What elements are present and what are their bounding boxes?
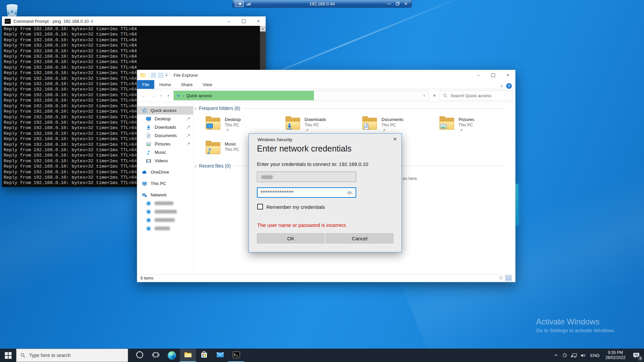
folder-icon <box>362 118 377 130</box>
sidebar-item-label: This PC <box>151 181 166 186</box>
sidebar-item-redacted[interactable] <box>137 224 193 233</box>
sidebar-item-music[interactable]: Music <box>137 148 193 157</box>
tray-connection-button[interactable] <box>560 349 570 362</box>
taskbar-clock[interactable]: 9:35 PM 28/02/2022 <box>602 350 629 360</box>
ribbon-collapse-icon[interactable]: ∨ <box>500 84 503 88</box>
pin-icon <box>186 133 191 138</box>
username-field[interactable] <box>257 172 356 182</box>
qat-properties-icon[interactable]: ✓ <box>151 73 156 78</box>
help-icon[interactable]: ? <box>506 83 512 89</box>
minimize-button[interactable]: – <box>471 70 486 80</box>
volume-button[interactable] <box>579 349 588 362</box>
qat-customize-icon[interactable]: ▾ <box>166 73 167 77</box>
taskbar-command-prompt-button[interactable] <box>228 349 244 362</box>
stop-button[interactable]: × <box>430 93 439 98</box>
tab-file[interactable]: File <box>137 80 154 89</box>
items-count: 6 items <box>141 276 154 281</box>
qat-new-folder-icon[interactable] <box>158 73 163 78</box>
password-mask: •••••••••••••• <box>261 189 294 195</box>
sidebar-item-documents[interactable]: Documents <box>137 131 193 140</box>
folder-tile-pictures[interactable]: PicturesThis PC <box>439 116 510 138</box>
cmd-output-line: Reply from 192.168.0.10: bytes=32 time<1… <box>4 38 260 43</box>
cmd-titlebar[interactable]: C:\ Command Prompt - ping 192.168.0.10 -… <box>2 16 266 26</box>
forward-button[interactable]: → <box>149 93 158 99</box>
taskbar-search-input[interactable] <box>29 352 128 358</box>
recent-locations-icon[interactable]: ∨ <box>159 94 163 97</box>
pin-icon <box>186 125 191 129</box>
sidebar-item-network[interactable]: Network <box>137 191 193 199</box>
section-label: Recent files (0) <box>199 163 230 169</box>
music-icon <box>146 150 152 155</box>
folder-icon <box>285 118 300 130</box>
command-prompt-icon <box>232 351 240 360</box>
details-view-button[interactable] <box>498 275 504 281</box>
language-indicator[interactable]: ENG <box>588 353 602 358</box>
remember-credentials-checkbox[interactable] <box>257 204 263 209</box>
collapse-chevron-icon[interactable]: ∨ <box>194 164 197 168</box>
back-button[interactable]: ← <box>140 93 149 99</box>
address-bar[interactable]: ★ › Quick access ∨ <box>173 90 429 101</box>
dialog-close-button[interactable]: × <box>393 135 397 143</box>
tray-chevron-button[interactable] <box>551 349 560 362</box>
folder-icon <box>206 142 220 154</box>
start-button[interactable] <box>0 349 16 362</box>
up-button[interactable]: ↑ <box>164 93 173 99</box>
network-tray-button[interactable] <box>570 349 579 362</box>
breadcrumb[interactable]: Quick access <box>186 93 212 98</box>
taskbar-cortana-button[interactable] <box>131 349 148 362</box>
sidebar-item-quick-access[interactable]: Quick access <box>137 106 193 115</box>
explorer-search[interactable] <box>440 90 513 101</box>
maximize-button[interactable] <box>236 16 251 26</box>
explorer-titlebar[interactable]: ✓ ▾ File Explorer – × <box>137 70 515 80</box>
start-icon <box>4 351 12 360</box>
sidebar-item-redacted[interactable] <box>137 207 193 216</box>
redacted-label <box>155 218 175 222</box>
quick-access-star-icon <box>142 108 148 113</box>
tab-home[interactable]: Home <box>154 80 176 89</box>
minimize-button[interactable]: – <box>221 16 236 26</box>
close-button[interactable]: × <box>251 16 266 26</box>
taskbar-file-explorer-button[interactable] <box>180 349 196 362</box>
minimize-button[interactable]: — <box>387 1 391 6</box>
restore-button[interactable] <box>396 2 399 5</box>
explorer-search-input[interactable] <box>450 93 512 99</box>
password-field[interactable]: •••••••••••••• <box>257 187 356 198</box>
tile-name: Pictures <box>459 117 474 122</box>
address-dropdown-icon[interactable]: ∨ <box>420 94 429 97</box>
taskbar-store-button[interactable] <box>196 349 212 362</box>
sidebar-item-desktop[interactable]: Desktop <box>137 115 193 123</box>
maximize-button[interactable] <box>486 70 500 80</box>
action-center-button[interactable]: 4 <box>629 349 644 362</box>
sidebar-item-videos[interactable]: Videos <box>137 157 193 165</box>
pin-icon <box>186 142 191 146</box>
folder-icon <box>206 118 220 130</box>
close-button[interactable]: × <box>500 70 515 80</box>
sidebar-item-onedrive[interactable]: OneDrive <box>137 168 193 176</box>
taskbar-task-view-button[interactable] <box>148 349 164 362</box>
clock-date: 28/02/2022 <box>605 355 626 360</box>
tile-name: Music <box>225 141 236 146</box>
sidebar-item-redacted[interactable] <box>137 216 193 224</box>
tab-share[interactable]: Share <box>176 80 198 89</box>
taskbar-edge-button[interactable] <box>164 349 180 362</box>
sidebar-item-this-pc[interactable]: This PC <box>137 179 193 188</box>
cancel-button[interactable]: Cancel <box>326 233 393 243</box>
pin-icon <box>459 128 463 132</box>
cortana-icon <box>136 351 144 360</box>
taskbar-search[interactable] <box>16 349 128 362</box>
notification-badge: 4 <box>638 356 643 361</box>
scroll-up-icon[interactable]: ▲ <box>260 26 266 32</box>
sidebar-item-redacted[interactable] <box>137 199 193 207</box>
ok-button[interactable]: OK <box>257 233 325 243</box>
tile-location: This PC <box>305 123 319 127</box>
close-button[interactable]: ✕ <box>404 1 408 6</box>
password-reveal-eye-icon[interactable] <box>346 191 353 195</box>
taskbar-apps <box>131 349 244 362</box>
tab-view[interactable]: View <box>198 80 217 89</box>
icons-view-button[interactable] <box>505 275 512 281</box>
sidebar-item-downloads[interactable]: Downloads <box>137 123 193 131</box>
pin-icon <box>305 128 309 132</box>
sidebar-item-pictures[interactable]: Pictures <box>137 140 193 148</box>
taskbar-mail-button[interactable] <box>212 349 228 362</box>
explorer-statusbar: 6 items <box>137 274 515 282</box>
